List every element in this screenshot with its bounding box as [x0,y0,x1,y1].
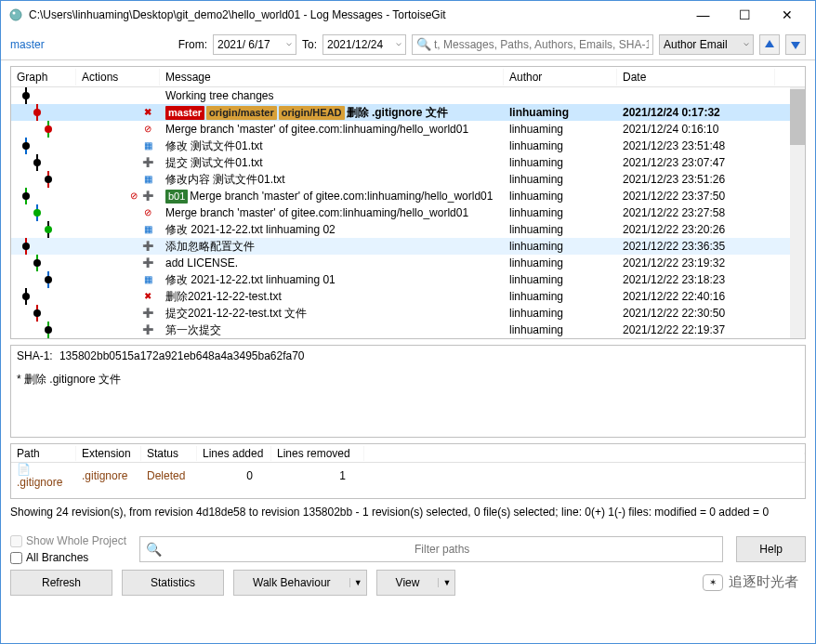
graph-cell [11,288,76,305]
toolbar: master From: 2021/ 6/17 To: 2021/12/24 🔍… [1,29,815,60]
log-row[interactable]: ➕ 提交 测试文件01.txt linhuaming 2021/12/23 23… [11,154,805,171]
message-cell: Merge branch 'master' of gitee.com:linhu… [160,121,504,138]
message-cell: Merge branch 'master' of gitee.com:linhu… [160,204,504,221]
date-cell: 2021/12/22 22:40:16 [617,288,775,305]
bottom-buttons: Refresh Statistics Walk Behaviour▼ View▼ [10,570,806,596]
scroll-up-button[interactable] [759,34,780,55]
log-row[interactable]: ⊘ Merge branch 'master' of gitee.com:lin… [11,204,805,221]
fcol-added[interactable]: Lines added [197,446,271,461]
actions-cell: ▦ [76,273,160,286]
commit-details[interactable]: SHA-1: 135802bb0515a172a921eb648a4a3495b… [10,345,806,438]
author-cell: linhuaming [504,271,617,288]
from-date-input[interactable]: 2021/ 6/17 [213,34,296,55]
graph-cell [11,204,76,221]
log-row[interactable]: ➕ 提交2021-12-22-test.txt 文件 linhuaming 20… [11,305,805,322]
search-input[interactable]: 🔍 [412,34,653,55]
svg-point-25 [45,276,52,283]
log-row[interactable]: ▦ 修改 2021-12-22.txt linhuaming 02 linhua… [11,221,805,238]
svg-point-1 [13,12,16,15]
author-cell: linhuaming [504,238,617,255]
author-cell: linhuaming [504,188,617,204]
message-cell: 第一次提交 [160,322,504,338]
svg-point-21 [22,243,30,250]
col-date[interactable]: Date [617,69,775,85]
date-cell: 2021/12/22 22:19:37 [617,322,775,338]
graph-cell [11,121,76,138]
log-row[interactable]: ▦ 修改 2021-12-22.txt linhuaming 01 linhua… [11,271,805,288]
log-row[interactable]: ⊘ Merge branch 'master' of gitee.com:lin… [11,121,805,138]
file-row[interactable]: 📄 .gitignore .gitignore Deleted 0 1 [11,463,805,480]
filter-field-combo[interactable]: Author Email [659,34,754,55]
chevron-down-icon[interactable]: ▼ [438,578,454,587]
to-date-input[interactable]: 2021/12/24 [322,34,406,55]
log-row[interactable]: ⊘➕ b01 Merge branch 'master' of gitee.co… [11,188,805,204]
scrollbar[interactable] [790,87,805,338]
scrollbar-thumb[interactable] [790,89,805,145]
fcol-removed[interactable]: Lines removed [271,446,364,461]
log-table: Graph Actions Message Author Date Workin… [10,66,806,339]
log-row[interactable]: ✖ 删除2021-12-22-test.txt linhuaming 2021/… [11,288,805,305]
svg-point-13 [45,176,52,183]
branch-link[interactable]: master [10,38,45,51]
log-row[interactable]: ▦ 修改内容 测试文件01.txt linhuaming 2021/12/23 … [11,171,805,188]
actions-cell: ⊘ [76,123,160,136]
message-cell: 修改内容 测试文件01.txt [160,171,504,188]
statistics-button[interactable]: Statistics [122,570,224,596]
log-row[interactable]: ✖ master origin/master origin/HEAD 删除 .g… [11,104,805,121]
bottom-row: Show Whole Project All Branches 🔍 Help [10,534,806,564]
minimize-button[interactable]: — [682,2,724,28]
author-cell: linhuaming [504,322,617,338]
filter-paths-input[interactable]: 🔍 [139,536,723,562]
log-row[interactable]: ➕ 添加忽略配置文件 linhuaming 2021/12/22 23:36:3… [11,238,805,255]
date-cell: 2021/12/24 0:17:32 [617,104,775,121]
message-cell: 修改 2021-12-22.txt linhuaming 02 [160,221,504,238]
message-cell: 提交2021-12-22-test.txt 文件 [160,305,504,322]
maximize-button[interactable]: ☐ [724,2,766,28]
view-button[interactable]: View▼ [376,570,456,596]
fcol-ext[interactable]: Extension [76,446,141,461]
log-row[interactable]: ➕ add LICENSE. linhuaming 2021/12/22 23:… [11,255,805,271]
files-header: Path Extension Status Lines added Lines … [11,444,805,463]
sha-value: 135802bb0515a172a921eb648a4a3495ba62fa70 [59,349,305,362]
col-actions[interactable]: Actions [76,69,160,85]
message-cell: b01 Merge branch 'master' of gitee.com:l… [160,188,504,204]
commit-subject: * 删除 .gitignore 文件 [17,372,799,388]
actions-cell: ⊘ [76,206,160,219]
svg-point-17 [33,209,41,217]
scroll-down-button[interactable] [785,34,806,55]
date-cell: 2021/12/23 23:51:48 [617,138,775,154]
walk-behaviour-button[interactable]: Walk Behaviour▼ [233,570,367,596]
actions-cell: ➕ [76,307,160,320]
log-row-working-tree[interactable]: Working tree changes [11,87,805,104]
date-cell: 2021/12/22 22:30:50 [617,305,775,322]
graph-cell [11,305,76,322]
all-branches-check[interactable]: All Branches [10,551,126,564]
actions-cell: ▦ [76,173,160,186]
date-cell: 2021/12/24 0:16:10 [617,121,775,138]
svg-point-3 [22,92,30,99]
help-button[interactable]: Help [736,536,806,562]
show-whole-project-check[interactable]: Show Whole Project [10,534,126,547]
filter-icon: 🔍 [146,542,162,557]
graph-cell [11,154,76,171]
graph-cell [11,238,76,255]
refresh-button[interactable]: Refresh [10,570,112,596]
close-button[interactable]: ✕ [766,2,808,28]
log-row[interactable]: ➕ 第一次提交 linhuaming 2021/12/22 22:19:37 [11,322,805,338]
app-icon [8,7,23,22]
fcol-status[interactable]: Status [141,446,197,461]
chevron-down-icon[interactable]: ▼ [349,578,366,587]
message-cell: 修改 测试文件01.txt [160,138,504,154]
titlebar: C:\Users\linhuaming\Desktop\git_demo2\he… [1,1,815,29]
graph-cell [11,138,76,154]
svg-point-11 [33,159,41,166]
file-path: 📄 .gitignore [11,463,76,489]
message-cell: add LICENSE. [160,255,504,271]
watermark: ✶ 追逐时光者 [703,573,798,591]
col-author[interactable]: Author [504,69,617,85]
fcol-path[interactable]: Path [11,446,76,461]
col-message[interactable]: Message [160,69,504,85]
log-body[interactable]: Working tree changes ✖ master origin/mas… [11,87,805,338]
col-graph[interactable]: Graph [11,69,76,85]
log-row[interactable]: ▦ 修改 测试文件01.txt linhuaming 2021/12/23 23… [11,138,805,154]
